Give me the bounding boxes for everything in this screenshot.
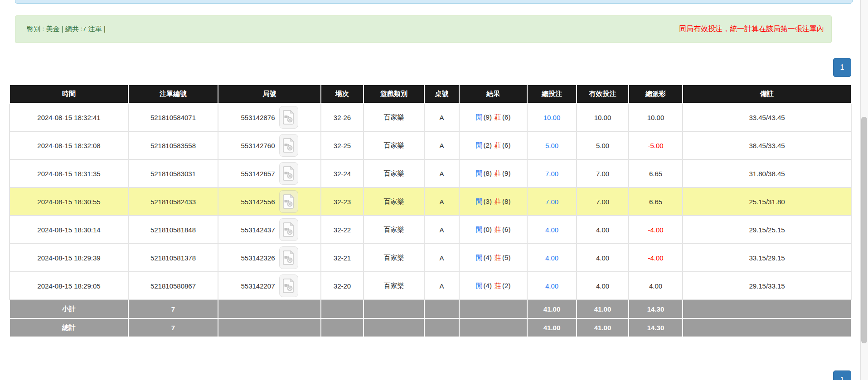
round-id-cell: 553142437 [218, 216, 321, 244]
header-time: 時間 [10, 85, 128, 103]
table-no-cell: A [424, 244, 459, 272]
round-id-cell: 553142207 [218, 272, 321, 300]
video-replay-button[interactable] [279, 190, 298, 213]
total-bet-link[interactable]: 4.00 [527, 272, 577, 300]
total-bet-link[interactable]: 4.00 [527, 244, 577, 272]
round-id-value: 553142657 [241, 170, 275, 178]
total-bet-link[interactable]: 7.00 [527, 188, 577, 216]
result-cell: 閒(4) 莊(5) [459, 244, 527, 272]
round-id-value: 553142207 [241, 282, 275, 290]
pagination-page-1-top[interactable]: 1 [833, 58, 851, 77]
total-payout: 14.30 [629, 318, 683, 337]
game-type-cell: 百家樂 [364, 216, 424, 244]
banker-label: 莊 [494, 226, 502, 233]
round-id-cell: 553142556 [218, 188, 321, 216]
remark-cell: 25.15/31.80 [683, 188, 851, 216]
total-bet-link[interactable]: 7.00 [527, 159, 577, 188]
film-document-icon [283, 222, 295, 237]
header-game-type: 遊戲類別 [364, 85, 424, 103]
video-replay-button[interactable] [279, 134, 298, 157]
remark-cell: 33.15/29.15 [683, 244, 851, 272]
valid-bet-notice-text: 同局有效投注，統一計算在該局第一張注單內 [679, 24, 824, 34]
bet-id-cell: 521810583031 [128, 159, 218, 188]
result-cell: 閒(3) 莊(8) [459, 188, 527, 216]
banker-score: (6) [502, 113, 511, 121]
video-replay-button[interactable] [279, 274, 298, 297]
game-type-cell: 百家樂 [364, 272, 424, 300]
vertical-scrollbar-thumb[interactable] [861, 117, 867, 343]
valid-bet-cell: 4.00 [577, 244, 629, 272]
banker-score: (8) [502, 197, 511, 205]
session-cell: 32-20 [321, 272, 364, 300]
round-id-cell: 553142657 [218, 159, 321, 188]
total-bet-link[interactable]: 5.00 [527, 131, 577, 159]
remark-cell: 33.45/43.45 [683, 103, 851, 131]
payout-cell: 10.00 [629, 103, 683, 131]
total-bet-link[interactable]: 10.00 [527, 103, 577, 131]
total-bet-link[interactable]: 4.00 [527, 216, 577, 244]
payout-cell: -5.00 [629, 131, 683, 159]
player-label: 閒 [475, 169, 483, 177]
subtotal-count: 7 [128, 300, 218, 318]
video-replay-button[interactable] [279, 162, 298, 185]
remark-cell: 38.45/33.45 [683, 131, 851, 159]
header-session: 場次 [321, 85, 364, 103]
bet-id-cell: 521810583558 [128, 131, 218, 159]
total-valid-bet: 41.00 [577, 318, 629, 337]
time-cell: 2024-08-15 18:31:35 [10, 159, 128, 188]
film-document-icon [283, 110, 295, 125]
game-type-cell: 百家樂 [364, 244, 424, 272]
player-score: (8) [483, 169, 492, 177]
player-score: (9) [483, 113, 492, 121]
valid-bet-cell: 10.00 [577, 103, 629, 131]
valid-bet-cell: 4.00 [577, 272, 629, 300]
round-id-value: 553142876 [241, 114, 275, 121]
subtotal-valid-bet: 41.00 [577, 300, 629, 318]
video-replay-button[interactable] [279, 106, 298, 129]
film-document-icon [283, 194, 295, 209]
video-replay-button[interactable] [279, 218, 298, 241]
remark-cell: 31.80/38.45 [683, 159, 851, 188]
banker-score: (6) [502, 226, 511, 233]
round-id-cell: 553142876 [218, 103, 321, 131]
banker-label: 莊 [494, 282, 502, 289]
player-score: (4) [483, 254, 492, 261]
subtotal-payout: 14.30 [629, 300, 683, 318]
banker-score: (6) [502, 141, 511, 149]
vertical-scrollbar-track[interactable] [860, 0, 868, 380]
bet-id-cell: 521810580867 [128, 272, 218, 300]
time-cell: 2024-08-15 18:30:14 [10, 216, 128, 244]
time-cell: 2024-08-15 18:29:39 [10, 244, 128, 272]
subtotal-total-bet: 41.00 [527, 300, 577, 318]
session-cell: 32-24 [321, 159, 364, 188]
bet-id-cell: 521810584071 [128, 103, 218, 131]
header-round-id: 局號 [218, 85, 321, 103]
round-id-value: 553142760 [241, 142, 275, 149]
result-cell: 閒(4) 莊(2) [459, 272, 527, 300]
valid-bet-cell: 5.00 [577, 131, 629, 159]
valid-bet-cell: 7.00 [577, 159, 629, 188]
player-label: 閒 [475, 141, 483, 149]
table-row: 2024-08-15 18:29:05 521810580867 5531422… [10, 272, 851, 300]
pagination-page-1-bottom[interactable]: 1 [833, 370, 851, 380]
player-label: 閒 [475, 254, 483, 261]
banker-score: (9) [502, 169, 511, 177]
result-cell: 閒(9) 莊(6) [459, 103, 527, 131]
valid-bet-cell: 4.00 [577, 216, 629, 244]
result-cell: 閒(8) 莊(9) [459, 159, 527, 188]
game-type-cell: 百家樂 [364, 103, 424, 131]
top-info-strip [15, 0, 853, 4]
banker-label: 莊 [494, 197, 502, 205]
video-replay-button[interactable] [279, 246, 298, 269]
round-id-value: 553142326 [241, 254, 275, 262]
remark-cell: 29.15/33.15 [683, 272, 851, 300]
game-type-cell: 百家樂 [364, 188, 424, 216]
banker-label: 莊 [494, 169, 502, 177]
player-label: 閒 [475, 113, 483, 121]
header-result: 結果 [459, 85, 527, 103]
round-id-cell: 553142760 [218, 131, 321, 159]
table-row: 2024-08-15 18:31:35 521810583031 5531426… [10, 159, 851, 188]
bet-id-cell: 521810581378 [128, 244, 218, 272]
table-row: 2024-08-15 18:30:55 521810582433 5531425… [10, 188, 851, 216]
table-row: 2024-08-15 18:30:14 521810581848 5531424… [10, 216, 851, 244]
